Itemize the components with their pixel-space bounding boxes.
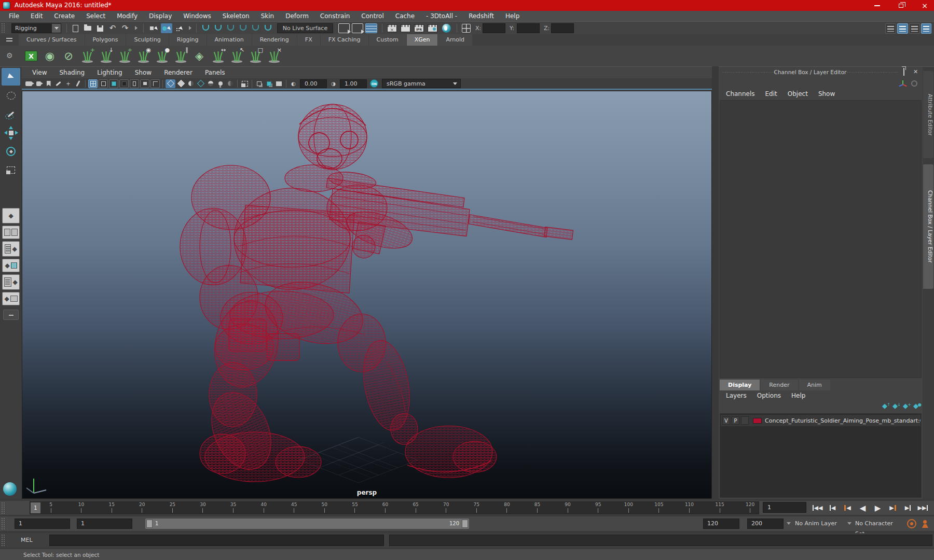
render-current-frame-icon[interactable] [401,24,410,32]
xgen-export-archive-icon[interactable]: ↓ [97,47,115,65]
menu-item[interactable]: Control [355,11,389,21]
animation-start-field[interactable]: 1 [15,519,70,529]
new-layer-from-selected-icon[interactable]: ◆● [913,402,918,410]
ipr-render-icon[interactable]: IPR [414,24,424,32]
play-forwards-button[interactable]: ▶ [871,502,885,514]
restore-button[interactable] [897,2,905,10]
xgen-lock-guides-icon[interactable]: ● [153,47,171,65]
menu-item[interactable]: Edit [25,11,48,21]
close-icon[interactable]: ✕ [913,68,921,76]
menu-item[interactable]: Cache [390,11,420,21]
undo-icon[interactable]: ↶ [107,23,118,33]
paint-select-tool-button[interactable] [2,105,20,123]
modeling-toolkit-icon[interactable] [885,23,896,34]
layer-editor-tab[interactable]: Anim [799,380,830,390]
snap-to-point-icon[interactable] [227,25,234,31]
channel-box-menu-item[interactable]: Edit [760,89,782,99]
move-layer-up-icon[interactable]: ◆↑ [882,402,887,410]
menu-set-dropdown[interactable]: Rigging [11,23,61,33]
play-backwards-button[interactable]: ◀ [856,502,870,514]
channel-box-toggle-icon[interactable] [921,23,931,34]
xgen-comb-guides-icon[interactable]: ∥ [171,47,190,65]
contrast-icon[interactable]: ◑ [329,79,338,88]
step-back-frame-button[interactable]: ◀ [826,502,840,514]
panel-gutter[interactable] [712,66,719,499]
status-line-grip[interactable] [1,23,6,33]
menu-item[interactable]: File [3,11,25,21]
layer-editor-tab[interactable]: Render [761,380,798,390]
textured-display-icon[interactable] [186,79,195,88]
gate-mask-icon[interactable] [119,79,129,88]
panel-menu-item[interactable]: Show [129,69,158,76]
channel-box-menu-item[interactable]: Object [782,89,813,99]
animation-preferences-icon[interactable] [921,519,930,528]
menu-item[interactable]: Skin [255,11,280,21]
shaded-display-icon[interactable] [176,79,185,88]
menu-item[interactable]: Create [48,11,80,21]
viewport-3d-view[interactable]: persp [22,91,712,499]
lights-icon[interactable] [216,79,225,88]
xgen-select-guides-icon[interactable]: ↖ [227,47,246,65]
construction-history-icon[interactable] [365,23,377,33]
bookmark-icon[interactable] [44,79,53,88]
layer-editor-menu-item[interactable]: Options [752,390,786,401]
z-coord-field[interactable] [551,23,574,33]
range-end-handle[interactable] [462,520,468,528]
xgen-editor-icon[interactable]: X [22,47,40,65]
camera-icon[interactable] [24,79,33,88]
command-line-grip[interactable] [1,534,6,547]
xgen-description-layers-icon[interactable]: ◈ [190,47,209,65]
rotate-tool-button[interactable] [2,143,20,160]
toon-shading-icon[interactable] [442,24,451,33]
shelf-tab[interactable]: Custom [369,34,406,46]
layer-visibility-toggle[interactable]: V [722,416,730,425]
menu-item[interactable]: Display [143,11,177,21]
field-chart-icon[interactable] [150,79,160,88]
gamma-field[interactable]: 1.00 [340,79,367,88]
step-forward-frame-button[interactable]: ▶ [901,502,915,514]
xgen-create-description-icon[interactable]: + [78,47,97,65]
close-button[interactable]: × [921,2,929,10]
mel-input[interactable] [49,535,384,546]
layout-single-pane-button[interactable]: ◆ [2,208,20,223]
current-frame-marker[interactable]: 1 [31,502,40,513]
image-icon[interactable] [274,79,283,88]
menu-item[interactable]: - 3DtoAll - [420,11,463,21]
shelf-tab[interactable]: Arnold [438,34,472,46]
input-connections-icon[interactable] [338,23,350,33]
xgen-move-guides-icon[interactable]: × [265,47,283,65]
time-slider-grip[interactable] [1,502,6,514]
layer-editor-menu-item[interactable]: Layers [721,390,752,401]
minimize-button[interactable] [873,2,881,10]
gear-icon[interactable]: ⚙ [6,51,13,60]
xgen-convert-region-icon[interactable]: □ [246,47,265,65]
xgen-update-preview-icon[interactable]: ◉ [40,47,59,65]
toolbox-sphere-icon[interactable] [3,482,17,496]
menu-item[interactable]: Modify [111,11,143,21]
playback-end-field[interactable]: 120 [703,519,739,529]
menu-item[interactable]: Deform [280,11,314,21]
menu-item[interactable]: Skeleton [217,11,255,21]
manipulator-axis-icon[interactable] [899,79,907,88]
camera-attributes-icon[interactable] [34,79,43,88]
select-object-icon[interactable] [161,23,172,33]
layer-list[interactable]: V P Concept_Futuristic_Soldier_Aiming_Po… [720,413,922,498]
menu-item[interactable]: Select [80,11,111,21]
channel-list-area[interactable] [720,100,922,378]
pan-zoom-icon[interactable]: + [64,79,73,88]
shelf-tab[interactable]: Curves / Surfaces [19,34,85,46]
layer-editor-tab[interactable]: Display [720,380,760,390]
snap-to-grid-icon[interactable] [202,25,209,31]
toolbox-collapse-button[interactable] [3,310,19,320]
wireframe-display-icon[interactable] [166,79,175,88]
live-surface-field[interactable]: No Live Surface [277,23,333,33]
menu-item[interactable]: Redshift [463,11,500,21]
mel-result-field[interactable] [389,535,932,546]
exposure-icon[interactable]: ◐ [289,79,298,88]
layout-hypershade-persp-button[interactable]: ◆ [2,274,20,290]
snap-to-curve-icon[interactable] [215,25,222,31]
panel-menu-item[interactable]: Lighting [91,69,129,76]
menu-item[interactable]: Windows [177,11,217,21]
panel-menu-item[interactable]: Panels [199,69,231,76]
y-coord-field[interactable] [517,23,540,33]
